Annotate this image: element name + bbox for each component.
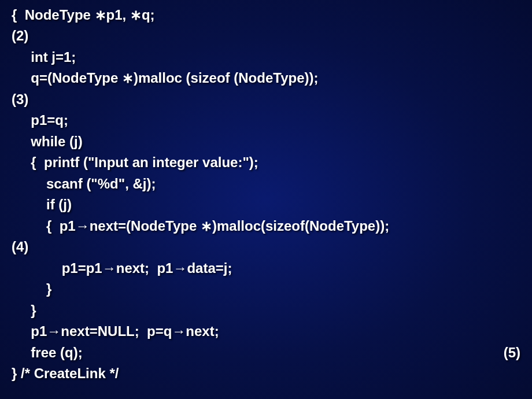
code-line-malloc-next: { p1→next=(NodeType ∗)malloc(sizeof(Node…: [0, 216, 532, 237]
code-line-p1-q: p1=q;: [0, 110, 532, 131]
code-line-p1-next: p1=p1→next; p1→data=j;: [0, 258, 532, 279]
code-line-while: while (j): [0, 131, 532, 152]
code-line-printf: { printf ("Input an integer value:");: [0, 152, 532, 173]
marker-4: (4): [0, 237, 532, 257]
marker-2: (2): [0, 25, 532, 46]
code-line-end: } /* CreateLink */: [0, 363, 532, 384]
marker-5: (5): [504, 342, 520, 363]
code-line-if-j: if (j): [0, 194, 532, 215]
code-line-null: p1→next=NULL; p=q→next;: [0, 321, 532, 342]
code-line-malloc-q: q=(NodeType ∗)malloc (sizeof (NodeType))…: [0, 68, 532, 88]
code-line-scanf: scanf ("%d", &j);: [0, 173, 532, 194]
code-line-close1: }: [0, 279, 532, 300]
marker-3: (3): [0, 89, 532, 110]
code-line-decl: { NodeType ∗p1, ∗q;: [0, 5, 532, 25]
code-line-int-j: int j=1;: [0, 47, 532, 68]
code-line-close2: }: [0, 300, 532, 321]
code-line-free: free (q);: [0, 342, 532, 363]
